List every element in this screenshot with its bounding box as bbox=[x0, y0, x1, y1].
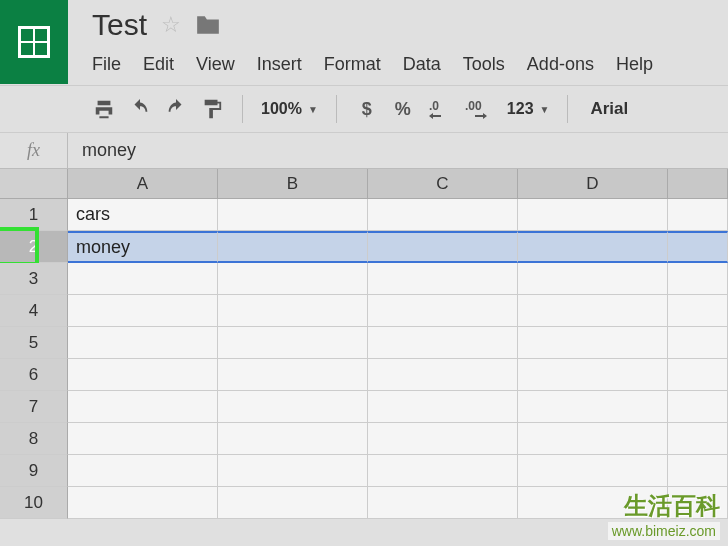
svg-text:.0: .0 bbox=[429, 99, 439, 113]
menu-view[interactable]: View bbox=[196, 54, 235, 75]
row-header-4[interactable]: 4 bbox=[0, 295, 68, 327]
cell-a3[interactable] bbox=[68, 263, 218, 295]
row-header-1[interactable]: 1 bbox=[0, 199, 68, 231]
menu-format[interactable]: Format bbox=[324, 54, 381, 75]
paint-format-button[interactable] bbox=[196, 93, 228, 125]
decrease-decimal-button[interactable]: .0 bbox=[423, 93, 457, 125]
menu-tools[interactable]: Tools bbox=[463, 54, 505, 75]
font-dropdown[interactable]: Arial bbox=[582, 93, 636, 125]
cell-e3[interactable] bbox=[668, 263, 728, 295]
row-1: 1 cars bbox=[0, 199, 728, 231]
col-header-c[interactable]: C bbox=[368, 169, 518, 199]
cell-c2[interactable] bbox=[368, 231, 518, 263]
row-header-5[interactable]: 5 bbox=[0, 327, 68, 359]
folder-icon[interactable] bbox=[195, 14, 221, 36]
row-6: 6 bbox=[0, 359, 728, 391]
select-all-corner[interactable] bbox=[0, 169, 68, 199]
cell-d2[interactable] bbox=[518, 231, 668, 263]
row-header-7[interactable]: 7 bbox=[0, 391, 68, 423]
print-button[interactable] bbox=[88, 93, 120, 125]
formula-bar: fx money bbox=[0, 133, 728, 169]
cell-e2[interactable] bbox=[668, 231, 728, 263]
cell-b1[interactable] bbox=[218, 199, 368, 231]
spreadsheet-grid: A B C D 1 cars 2 money 3 4 5 bbox=[0, 169, 728, 519]
star-icon[interactable]: ☆ bbox=[161, 12, 181, 38]
row-2: 2 money bbox=[0, 231, 728, 263]
increase-decimal-button[interactable]: .00 bbox=[461, 93, 499, 125]
col-header-a[interactable]: A bbox=[68, 169, 218, 199]
cell-d1[interactable] bbox=[518, 199, 668, 231]
row-header-10[interactable]: 10 bbox=[0, 487, 68, 519]
cell-d3[interactable] bbox=[518, 263, 668, 295]
undo-button[interactable] bbox=[124, 93, 156, 125]
cell-e1[interactable] bbox=[668, 199, 728, 231]
cell-b3[interactable] bbox=[218, 263, 368, 295]
sheets-logo[interactable] bbox=[0, 0, 68, 84]
row-5: 5 bbox=[0, 327, 728, 359]
row-header-2[interactable]: 2 bbox=[0, 231, 68, 263]
menu-insert[interactable]: Insert bbox=[257, 54, 302, 75]
chevron-down-icon: ▼ bbox=[308, 104, 318, 115]
menu-file[interactable]: File bbox=[92, 54, 121, 75]
cell-c3[interactable] bbox=[368, 263, 518, 295]
currency-format-button[interactable]: $ bbox=[351, 93, 383, 125]
cell-a1[interactable]: cars bbox=[68, 199, 218, 231]
row-header-3[interactable]: 3 bbox=[0, 263, 68, 295]
menu-edit[interactable]: Edit bbox=[143, 54, 174, 75]
zoom-dropdown[interactable]: 100% ▼ bbox=[257, 93, 322, 125]
row-8: 8 bbox=[0, 423, 728, 455]
row-3: 3 bbox=[0, 263, 728, 295]
redo-button[interactable] bbox=[160, 93, 192, 125]
watermark: 生活百科 www.bimeiz.com bbox=[608, 490, 720, 540]
cell-c1[interactable] bbox=[368, 199, 518, 231]
menu-data[interactable]: Data bbox=[403, 54, 441, 75]
menu-help[interactable]: Help bbox=[616, 54, 653, 75]
grid-icon bbox=[18, 26, 50, 58]
doc-title[interactable]: Test bbox=[92, 8, 147, 42]
row-header-6[interactable]: 6 bbox=[0, 359, 68, 391]
row-7: 7 bbox=[0, 391, 728, 423]
row-header-8[interactable]: 8 bbox=[0, 423, 68, 455]
formula-input[interactable]: money bbox=[68, 140, 728, 161]
row-4: 4 bbox=[0, 295, 728, 327]
chevron-down-icon: ▼ bbox=[540, 104, 550, 115]
row-9: 9 bbox=[0, 455, 728, 487]
col-header-d[interactable]: D bbox=[518, 169, 668, 199]
svg-text:.00: .00 bbox=[465, 99, 482, 113]
num-format-label: 123 bbox=[507, 100, 534, 118]
col-header-b[interactable]: B bbox=[218, 169, 368, 199]
cell-b2[interactable] bbox=[218, 231, 368, 263]
row-header-9[interactable]: 9 bbox=[0, 455, 68, 487]
zoom-value: 100% bbox=[261, 100, 302, 118]
watermark-title: 生活百科 bbox=[608, 490, 720, 522]
cell-a2[interactable]: money bbox=[68, 231, 218, 263]
fx-label: fx bbox=[0, 133, 68, 168]
menu-bar: File Edit View Insert Format Data Tools … bbox=[92, 48, 728, 85]
number-format-dropdown[interactable]: 123 ▼ bbox=[503, 93, 554, 125]
menu-addons[interactable]: Add-ons bbox=[527, 54, 594, 75]
col-header-extra[interactable] bbox=[668, 169, 728, 199]
toolbar: 100% ▼ $ % .0 .00 123 ▼ Arial bbox=[0, 85, 728, 133]
percent-format-button[interactable]: % bbox=[387, 93, 419, 125]
watermark-url: www.bimeiz.com bbox=[608, 522, 720, 540]
